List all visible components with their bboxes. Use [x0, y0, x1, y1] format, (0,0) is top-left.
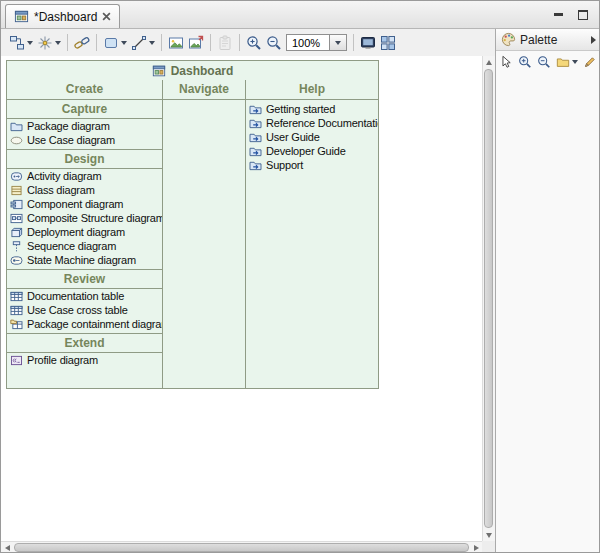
item-label: Composite Structure diagram	[27, 212, 162, 224]
insert-image-icon	[168, 35, 184, 51]
item-deployment-diagram[interactable]: Deployment diagram	[7, 225, 162, 239]
chevron-down-icon	[335, 41, 341, 45]
item-package-containment-diagram[interactable]: Package containment diagram	[7, 317, 162, 331]
help-items: Getting started Reference Documentation …	[246, 100, 378, 172]
toolbar-separator	[210, 34, 211, 51]
dashboard-icon	[152, 64, 166, 78]
palette-zoom-in-button[interactable]	[517, 54, 533, 70]
item-composite-structure-diagram[interactable]: Composite Structure diagram	[7, 211, 162, 225]
navigate-column: Navigate	[162, 80, 246, 388]
help-item-reference-documentation[interactable]: Reference Documentation	[246, 116, 378, 130]
palette-toolbar	[496, 51, 600, 73]
chevron-down-icon[interactable]	[149, 41, 155, 45]
edit-tool-button[interactable]	[582, 54, 600, 70]
paste-button[interactable]	[215, 32, 235, 54]
package-containment-diagram-icon	[10, 319, 23, 330]
link-button[interactable]	[72, 32, 92, 54]
help-item-user-guide[interactable]: User Guide	[246, 130, 378, 144]
vertical-scrollbar-thumb[interactable]	[484, 69, 493, 528]
tab-dashboard[interactable]: *Dashboard	[5, 4, 120, 28]
papyrus-window: *Dashboard	[0, 0, 600, 553]
dashboard-title: Dashboard	[7, 61, 378, 80]
item-class-diagram[interactable]: Class diagram	[7, 183, 162, 197]
note-tool-icon	[556, 55, 570, 69]
scroll-up-icon[interactable]	[483, 56, 495, 68]
maximize-icon[interactable]	[577, 8, 589, 20]
help-folder-icon	[249, 104, 262, 115]
zoom-in-icon	[518, 55, 532, 69]
zoom-out-icon	[266, 35, 282, 51]
scroll-right-icon[interactable]	[470, 542, 482, 553]
dashboard-tab-icon	[14, 9, 29, 24]
insert-image-button[interactable]	[166, 32, 186, 54]
shape-tool-button[interactable]	[101, 32, 129, 54]
item-package-diagram[interactable]: Package diagram	[7, 119, 162, 133]
item-use-case-cross-table[interactable]: Use Case cross table	[7, 303, 162, 317]
item-label: Deployment diagram	[27, 226, 125, 238]
chevron-down-icon[interactable]	[121, 41, 127, 45]
item-state-machine-diagram[interactable]: State Machine diagram	[7, 253, 162, 267]
chevron-down-icon[interactable]	[27, 41, 33, 45]
connection-tool-button[interactable]	[129, 32, 157, 54]
item-sequence-diagram[interactable]: Sequence diagram	[7, 239, 162, 253]
tab-title: *Dashboard	[34, 10, 97, 24]
new-diagram-button[interactable]	[7, 32, 35, 54]
zoom-out-button[interactable]	[264, 32, 284, 54]
extend-section: Extend Profile diagram	[7, 333, 162, 369]
palette-zoom-out-button[interactable]	[536, 54, 552, 70]
dashboard-columns: Create Capture Package diagram Use Case …	[7, 80, 378, 388]
item-use-case-diagram[interactable]: Use Case diagram	[7, 133, 162, 147]
review-header: Review	[7, 270, 162, 289]
export-image-button[interactable]	[186, 32, 206, 54]
scrollbar-corner	[482, 541, 495, 553]
item-documentation-table[interactable]: Documentation table	[7, 289, 162, 303]
screenshot-button[interactable]	[358, 32, 378, 54]
item-label: Component diagram	[27, 198, 123, 210]
help-folder-icon	[249, 160, 262, 171]
horizontal-scrollbar-thumb[interactable]	[14, 543, 469, 552]
capture-header: Capture	[7, 100, 162, 119]
select-cursor-icon	[499, 55, 513, 69]
chevron-down-icon	[572, 60, 578, 64]
select-tool-button[interactable]	[498, 54, 514, 70]
item-component-diagram[interactable]: Component diagram	[7, 197, 162, 211]
pencil-tool-icon	[583, 55, 597, 69]
palette-title: Palette	[520, 33, 557, 47]
item-label: Documentation table	[27, 290, 124, 302]
note-tool-button[interactable]	[555, 54, 579, 70]
overview-button[interactable]	[378, 32, 398, 54]
chevron-down-icon[interactable]	[55, 41, 61, 45]
zoom-level-combo[interactable]: 100%	[286, 34, 347, 51]
navigate-header: Navigate	[163, 80, 245, 100]
capture-section: Capture Package diagram Use Case diagram	[7, 100, 162, 149]
help-folder-icon	[249, 146, 262, 157]
toolbar-separator	[353, 34, 354, 51]
item-activity-diagram[interactable]: Activity diagram	[7, 169, 162, 183]
help-item-getting-started[interactable]: Getting started	[246, 102, 378, 116]
zoom-in-button[interactable]	[244, 32, 264, 54]
wizard-button[interactable]	[35, 32, 63, 54]
minimize-icon[interactable]	[553, 8, 565, 20]
palette-collapse-icon[interactable]	[591, 36, 596, 44]
zoom-combo-dropdown[interactable]	[330, 34, 347, 51]
create-column: Create Capture Package diagram Use Case …	[7, 80, 162, 388]
design-header: Design	[7, 150, 162, 169]
diagram-canvas[interactable]: Dashboard Create Capture Package diagram…	[1, 56, 482, 541]
class-diagram-icon	[10, 185, 23, 196]
help-item-developer-guide[interactable]: Developer Guide	[246, 144, 378, 158]
horizontal-scrollbar[interactable]	[1, 541, 482, 553]
scroll-down-icon[interactable]	[483, 529, 495, 541]
zoom-in-icon	[246, 35, 262, 51]
help-item-support[interactable]: Support	[246, 158, 378, 172]
tab-close-icon[interactable]	[102, 12, 111, 21]
item-label: User Guide	[266, 131, 320, 143]
item-label: Activity diagram	[27, 170, 101, 182]
export-image-icon	[188, 35, 204, 51]
scroll-left-icon[interactable]	[1, 542, 13, 553]
vertical-scrollbar[interactable]	[482, 56, 495, 541]
toolbar-separator	[96, 34, 97, 51]
palette-header[interactable]: Palette	[496, 29, 600, 51]
zoom-level-value[interactable]: 100%	[286, 34, 330, 51]
dashboard-widget: Dashboard Create Capture Package diagram…	[6, 60, 379, 389]
item-profile-diagram[interactable]: Profile diagram	[7, 353, 162, 367]
